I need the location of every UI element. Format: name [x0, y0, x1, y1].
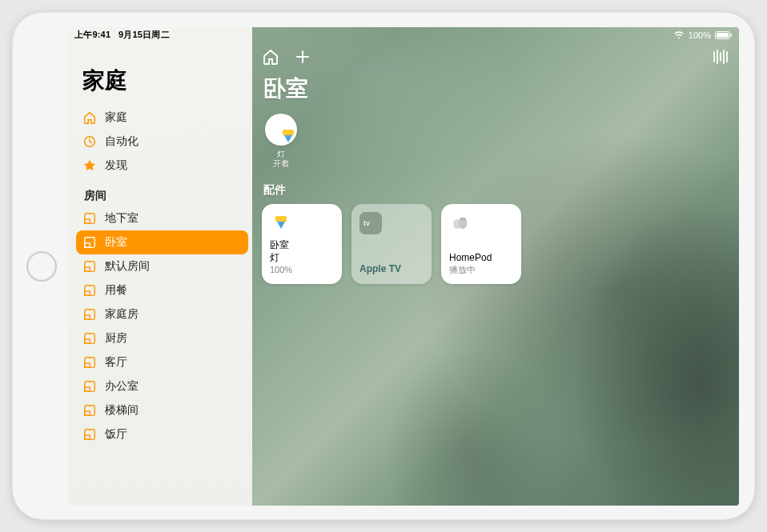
sidebar-room-item[interactable]: 卧室	[76, 230, 248, 254]
status-bar: 上午9:41 9月15日周二 100%	[68, 27, 739, 43]
accessories-header: 配件	[263, 183, 729, 198]
room-icon	[82, 211, 97, 226]
sidebar-item-label: 家庭	[105, 110, 127, 125]
room-icon	[82, 307, 97, 322]
svg-point-27	[460, 218, 466, 220]
svg-text:tv: tv	[363, 219, 370, 227]
tile-sub: 播放中	[449, 264, 513, 275]
intercom-icon[interactable]	[712, 48, 729, 66]
sidebar-item-label: 用餐	[105, 283, 127, 298]
room-status-light[interactable]: 灯 开着	[263, 114, 299, 169]
room-title: 卧室	[263, 74, 729, 104]
sidebar-room-item[interactable]: 用餐	[76, 278, 248, 302]
room-icon	[82, 379, 97, 394]
tile-name-2: 灯	[270, 252, 334, 265]
sidebar-item-label: 饭厅	[105, 427, 127, 442]
status-battery-text: 100%	[689, 30, 711, 40]
sidebar-item-automation[interactable]: 自动化	[76, 130, 248, 154]
sidebar-item-label: 发现	[105, 158, 127, 173]
sidebar-item-label: 厨房	[105, 331, 127, 346]
ipad-home-button[interactable]	[26, 251, 57, 282]
room-icon	[82, 259, 97, 274]
status-label: 灯 开着	[273, 150, 289, 169]
accessory-tile[interactable]: tvApple TV	[351, 204, 432, 284]
room-icon	[82, 427, 97, 442]
tile-sub: 100%	[270, 264, 334, 275]
sidebar-room-item[interactable]: 楼梯间	[76, 398, 248, 422]
sidebar-item-label: 自动化	[105, 134, 139, 149]
add-icon[interactable]	[294, 48, 311, 66]
tile-name: Apple TV	[359, 263, 424, 276]
sidebar-room-item[interactable]: 默认房间	[76, 254, 248, 278]
toolbar	[262, 48, 729, 70]
sidebar: 家庭 家庭 自动化 发现 房间	[68, 27, 252, 506]
sidebar-item-label: 办公室	[105, 379, 139, 394]
tile-name: HomePod	[449, 252, 513, 265]
room-icon	[82, 235, 97, 250]
status-time: 上午9:41	[74, 30, 110, 39]
lamp-icon	[270, 212, 292, 234]
clock-icon	[82, 134, 97, 149]
svg-rect-1	[717, 33, 729, 38]
sidebar-item-label: 客厅	[105, 355, 127, 370]
sidebar-room-item[interactable]: 饭厅	[76, 422, 248, 446]
sidebar-room-item[interactable]: 家庭房	[76, 302, 248, 326]
sidebar-room-item[interactable]: 厨房	[76, 326, 248, 350]
accessory-tile[interactable]: 卧室灯100%	[262, 204, 342, 284]
battery-icon	[715, 31, 733, 39]
homepod-icon	[449, 212, 472, 234]
home-nav-icon[interactable]	[262, 48, 279, 66]
appletv-icon: tv	[359, 212, 382, 234]
sidebar-item-label: 默认房间	[105, 259, 150, 274]
main-content: 卧室 灯 开着 配件 卧室灯100%tvApple TVHo	[252, 27, 739, 506]
sidebar-item-label: 家庭房	[105, 307, 139, 322]
app-title: 家庭	[82, 66, 248, 96]
sidebar-item-label: 卧室	[105, 235, 127, 250]
accessory-tile[interactable]: HomePod播放中	[441, 204, 521, 284]
svg-rect-2	[731, 34, 733, 37]
home-icon	[82, 110, 97, 125]
rooms-section-header: 房间	[84, 189, 248, 203]
sidebar-item-home[interactable]: 家庭	[76, 106, 248, 130]
room-icon	[82, 283, 97, 298]
sidebar-room-item[interactable]: 地下室	[76, 206, 248, 230]
room-icon	[82, 403, 97, 418]
sidebar-item-label: 楼梯间	[105, 403, 139, 418]
sidebar-room-item[interactable]: 客厅	[76, 350, 248, 374]
sidebar-item-discover[interactable]: 发现	[76, 154, 248, 178]
star-icon	[82, 158, 97, 173]
room-icon	[82, 355, 97, 370]
room-icon	[82, 331, 97, 346]
sidebar-room-item[interactable]: 办公室	[76, 374, 248, 398]
tile-name: 卧室	[270, 239, 334, 252]
status-date: 9月15日周二	[118, 30, 170, 39]
sidebar-item-label: 地下室	[105, 211, 139, 226]
wifi-icon	[673, 31, 685, 39]
